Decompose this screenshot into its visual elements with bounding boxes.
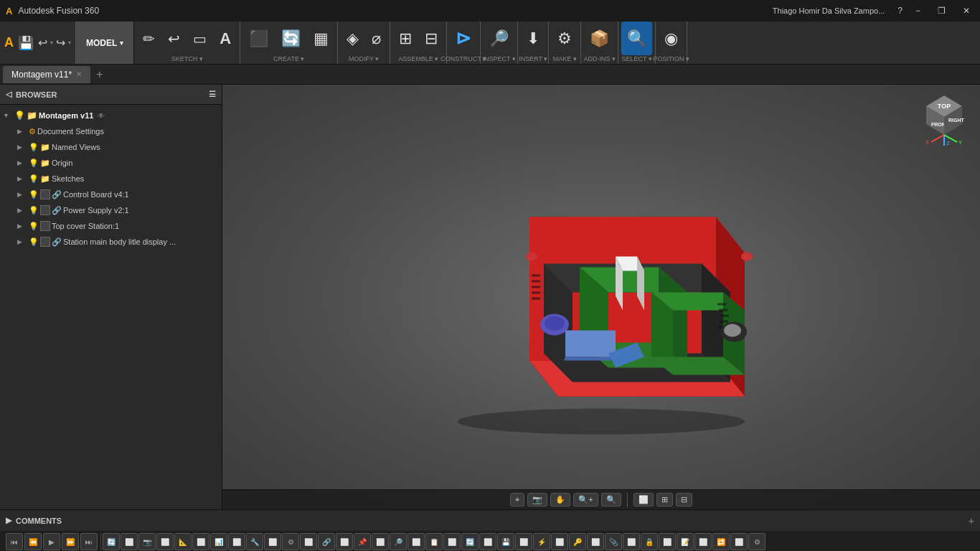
top-cover-checkbox[interactable] [40,221,50,231]
power-supply-vis[interactable]: 💡 [29,206,39,215]
power-supply-checkbox[interactable] [40,205,50,215]
doc-settings-vis[interactable]: ⚙ [29,127,36,136]
inspect-btn[interactable]: 🔎 [484,22,514,55]
tool-36[interactable]: ⬜ [730,533,748,550]
sketch-rect-btn[interactable]: ▭ [187,22,212,55]
create-revolve-btn[interactable]: 🔄 [275,22,306,55]
station-main-expand[interactable]: ▶ [17,238,27,245]
minimize-btn[interactable]: − [911,6,925,16]
tool-17[interactable]: 🔎 [390,533,407,550]
insert-btn[interactable]: ⬇ [521,22,545,55]
tool-6[interactable]: ⬜ [192,533,209,550]
tree-root[interactable]: ▼ 💡 📁 Montagem v11 👁 [0,108,222,123]
grid-btn[interactable]: ⊞ [656,493,673,507]
tool-3[interactable]: 📷 [138,533,156,550]
main-tab[interactable]: Montagem v11* ✕ [3,66,90,83]
control-board-expand[interactable]: ▶ [17,191,27,198]
tree-doc-settings[interactable]: ▶ ⚙ Document Settings [0,123,222,139]
construct-btn[interactable]: ⊳ [450,22,477,55]
assemble-btn2[interactable]: ⊟ [419,22,443,55]
sketch-text-btn[interactable]: A [214,22,237,55]
tool-2[interactable]: ⬜ [121,533,138,550]
tool-21[interactable]: 🔄 [461,533,479,550]
named-views-vis[interactable]: 💡 [29,143,39,152]
sketches-expand[interactable]: ▶ [17,175,27,182]
sketch-create-btn[interactable]: ✏ [137,22,161,55]
tool-11[interactable]: ⚙ [282,533,299,550]
tool-32[interactable]: ⬜ [659,533,676,550]
tool-31[interactable]: 🔒 [641,533,658,550]
position-btn[interactable]: ◉ [659,22,684,55]
tree-station-main[interactable]: ▶ 💡 🔗 Station main body litle display ..… [0,234,222,250]
named-views-expand[interactable]: ▶ [17,143,27,151]
tool-7[interactable]: 📊 [210,533,227,550]
tool-16[interactable]: ⬜ [372,533,389,550]
tool-14[interactable]: ⬜ [336,533,353,550]
select-btn[interactable]: 🔍 [621,22,652,55]
tool-9[interactable]: 🔧 [246,533,263,550]
tree-control-board[interactable]: ▶ 💡 🔗 Control Board v4:1 [0,187,222,202]
display-mode-btn[interactable]: ⬜ [633,493,654,507]
browser-collapse-icon[interactable]: ◁ [6,90,11,99]
help-icon[interactable]: ? [897,6,903,16]
redo-button[interactable]: ↪ [56,36,65,50]
comments-expand-icon[interactable]: ▶ [6,516,11,525]
tool-24[interactable]: ⬜ [515,533,532,550]
tree-named-views[interactable]: ▶ 💡 📁 Named Views [0,139,222,155]
home-view-btn[interactable]: ⌖ [510,493,524,507]
close-btn[interactable]: ✕ [958,6,974,16]
tool-26[interactable]: ⬜ [551,533,568,550]
tool-20[interactable]: ⬜ [443,533,461,550]
station-main-checkbox[interactable] [40,237,50,247]
tree-power-supply[interactable]: ▶ 💡 🔗 Power Supply v2:1 [0,202,222,218]
zoom-fit-btn[interactable]: 🔍+ [573,493,598,507]
tool-35[interactable]: 🔁 [712,533,730,550]
maximize-btn[interactable]: ❐ [933,6,950,16]
addins-btn[interactable]: 📦 [584,22,615,55]
step-back-btn[interactable]: ⏪ [24,533,42,550]
top-cover-expand[interactable]: ▶ [17,222,27,230]
play-btn[interactable]: ▶ [43,533,60,550]
tool-22[interactable]: ⬜ [479,533,496,550]
tool-13[interactable]: 🔗 [318,533,335,550]
tab-close-btn[interactable]: ✕ [76,70,82,78]
camera-btn[interactable]: 📷 [527,493,547,507]
control-board-vis[interactable]: 💡 [29,190,39,199]
create-more-btn[interactable]: ▦ [308,22,334,55]
comments-add-icon[interactable]: + [969,515,974,527]
tool-34[interactable]: ⬜ [694,533,712,550]
root-vis-icon[interactable]: 💡 [14,110,25,121]
control-board-checkbox[interactable] [40,189,50,199]
modify-fillet-btn[interactable]: ◈ [341,22,364,55]
skip-start-btn[interactable]: ⏮ [6,533,23,550]
create-extrude-btn[interactable]: ⬛ [243,22,274,55]
top-cover-vis[interactable]: 💡 [29,222,39,231]
tool-18[interactable]: ⬜ [407,533,425,550]
doc-settings-expand[interactable]: ▶ [17,128,27,135]
tool-30[interactable]: ⬜ [623,533,640,550]
station-main-vis[interactable]: 💡 [29,237,39,247]
sketches-vis[interactable]: 💡 [29,174,39,184]
view-cube-btn[interactable]: ⊟ [676,493,692,507]
pan-btn[interactable]: ✋ [550,493,570,507]
user-display[interactable]: Thiago Homir Da Silva Zampo... [768,6,890,15]
assemble-btn1[interactable]: ⊞ [393,22,418,55]
tool-28[interactable]: ⬜ [587,533,604,550]
tool-23[interactable]: 💾 [497,533,514,550]
tool-29[interactable]: 📎 [605,533,622,550]
new-tab-btn[interactable]: + [92,68,107,81]
viewport[interactable]: TOP FRONT RIGHT Z X Y ⌖ 📷 ✋ 🔍+ [222,85,980,509]
tool-4[interactable]: ⬜ [156,533,174,550]
tool-27[interactable]: 🔑 [569,533,586,550]
step-fwd-btn[interactable]: ⏩ [62,533,79,550]
tool-12[interactable]: ⬜ [300,533,317,550]
root-expand-icon[interactable]: ▼ [3,112,13,119]
make-btn[interactable]: ⚙ [552,22,578,55]
tree-top-cover[interactable]: ▶ 💡 Top cover Station:1 [0,218,222,234]
modify-chamfer-btn[interactable]: ⌀ [366,22,387,55]
skip-end-btn[interactable]: ⏭ [80,533,98,550]
browser-options-icon[interactable]: ☰ [209,90,216,99]
undo-button[interactable]: ↩ [38,36,47,50]
root-eye-icon[interactable]: 👁 [98,112,105,120]
tree-origin[interactable]: ▶ 💡 📁 Origin [0,155,222,171]
